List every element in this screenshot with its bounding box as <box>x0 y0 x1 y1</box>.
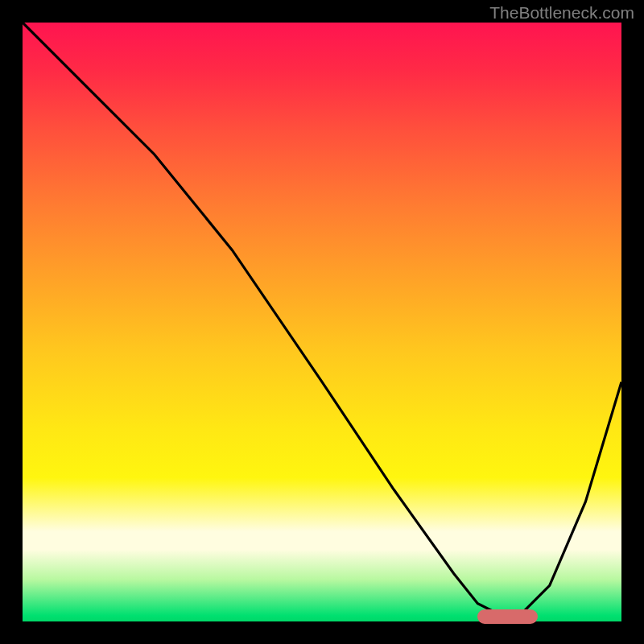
bottleneck-curve <box>23 23 621 621</box>
optimum-range-marker <box>477 609 537 624</box>
chart-gradient-area <box>23 23 621 621</box>
watermark-text: TheBottleneck.com <box>489 3 634 23</box>
